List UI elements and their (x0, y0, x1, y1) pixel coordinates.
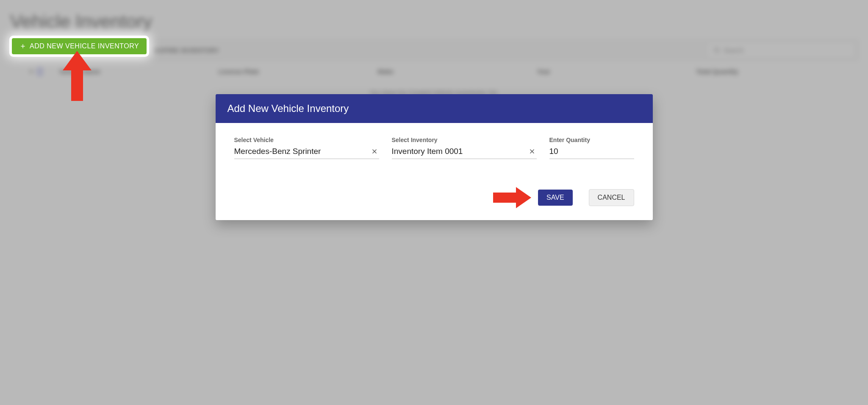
annotation-arrow-save-button (493, 188, 531, 207)
label-enter-quantity: Enter Quantity (549, 137, 634, 143)
modal-body: Select Vehicle Select Inventory Enter Qu… (216, 123, 653, 163)
quantity-input[interactable] (549, 147, 634, 156)
save-button[interactable]: SAVE (538, 190, 573, 206)
add-button-label: ADD NEW VEHICLE INVENTORY (30, 42, 139, 50)
plus-icon (19, 43, 26, 50)
select-inventory-input[interactable] (392, 147, 527, 156)
clear-vehicle-icon[interactable] (370, 147, 379, 156)
add-vehicle-inventory-modal: Add New Vehicle Inventory Select Vehicle… (216, 94, 653, 220)
clear-inventory-icon[interactable] (527, 147, 537, 156)
label-select-inventory: Select Inventory (392, 137, 537, 143)
cancel-button[interactable]: CANCEL (589, 189, 634, 206)
select-vehicle-input[interactable] (234, 147, 370, 156)
modal-actions: SAVE CANCEL (216, 163, 653, 220)
field-enter-quantity: Enter Quantity (549, 137, 634, 159)
modal-title: Add New Vehicle Inventory (216, 94, 653, 123)
label-select-vehicle: Select Vehicle (234, 137, 379, 143)
field-select-inventory: Select Inventory (392, 137, 537, 159)
field-select-vehicle: Select Vehicle (234, 137, 379, 159)
add-new-vehicle-inventory-button[interactable]: ADD NEW VEHICLE INVENTORY (12, 38, 147, 54)
